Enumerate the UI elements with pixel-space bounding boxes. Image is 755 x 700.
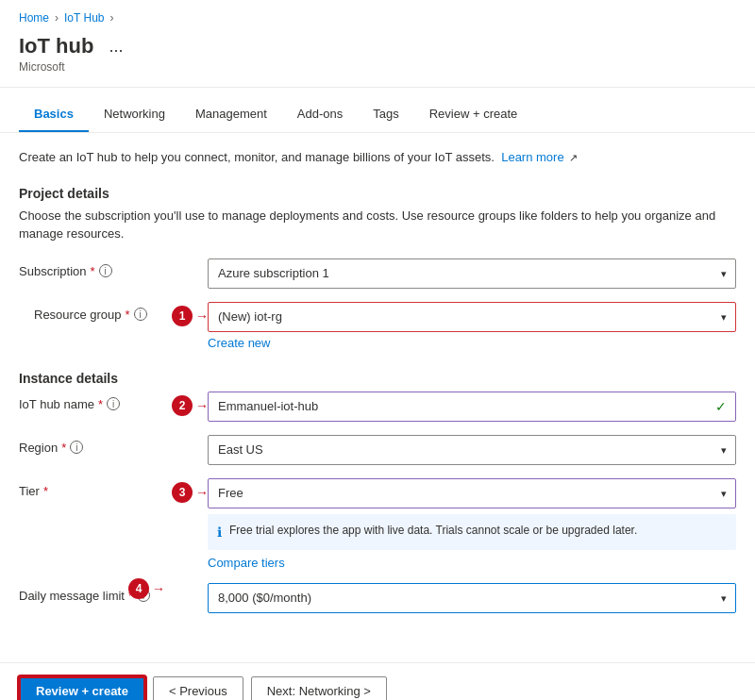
tab-review-create[interactable]: Review + create — [414, 97, 533, 132]
instance-details-section: Instance details 2 → IoT hub name * i ✓ — [19, 371, 736, 613]
daily-message-select[interactable]: 8,000 ($0/month) — [208, 583, 736, 613]
iot-hub-name-row: 2 → IoT hub name * i ✓ — [19, 392, 736, 422]
compare-tiers-link[interactable]: Compare tiers — [208, 556, 736, 570]
iot-hub-name-info-icon[interactable]: i — [107, 397, 120, 410]
tab-addons[interactable]: Add-ons — [282, 97, 358, 132]
daily-message-control: 8,000 ($0/month) ▾ — [208, 583, 736, 613]
create-new-link[interactable]: Create new — [208, 336, 736, 350]
daily-message-row: 4 → Daily message limit * i 8,000 ($0/mo… — [19, 583, 736, 613]
resource-group-select[interactable]: (New) iot-rg — [208, 302, 736, 332]
daily-message-select-wrapper: 8,000 ($0/month) ▾ — [208, 583, 736, 613]
resource-group-row: 1 → Resource group * i (New) iot-rg ▾ Cr… — [19, 302, 736, 350]
iot-hub-name-input[interactable] — [208, 392, 736, 422]
step4-container: 4 → — [128, 578, 165, 599]
description-line: Create an IoT hub to help you connect, m… — [19, 148, 736, 167]
region-row: Region * i East US ▾ — [19, 435, 736, 465]
page-header: IoT hub ... Microsoft — [0, 30, 755, 88]
main-content: Create an IoT hub to help you connect, m… — [0, 133, 755, 653]
next-button[interactable]: Next: Networking > — [251, 676, 387, 701]
breadcrumb-iot-hub[interactable]: IoT Hub — [64, 11, 104, 25]
iot-hub-name-control: ✓ — [208, 392, 736, 422]
review-create-button[interactable]: Review + create — [19, 676, 145, 701]
tier-select-wrapper: Free ▾ — [208, 478, 736, 508]
subscription-label: Subscription * i — [19, 258, 208, 278]
daily-message-label: Daily message limit * i — [19, 583, 208, 603]
tier-info-note: ℹ Free trial explores the app with live … — [208, 514, 736, 550]
subscription-required: * — [91, 264, 95, 278]
subscription-select[interactable]: Azure subscription 1 — [208, 258, 736, 289]
region-control: East US ▾ — [208, 435, 736, 465]
tier-control: Free ▾ ℹ Free trial explores the app wit… — [208, 478, 736, 570]
project-details-description: Choose the subscription you'll use to ma… — [19, 207, 736, 243]
step4-badge: 4 — [128, 578, 149, 599]
breadcrumb: Home › IoT Hub › — [0, 0, 755, 30]
tab-tags[interactable]: Tags — [358, 97, 413, 132]
step4-arrow: → — [152, 581, 165, 596]
step2-arrow: → — [195, 398, 209, 413]
tier-select[interactable]: Free — [208, 478, 736, 508]
subscription-row: Subscription * i Azure subscription 1 ▾ — [19, 258, 736, 289]
step2-badge: 2 — [172, 395, 193, 416]
subscription-control: Azure subscription 1 ▾ — [208, 258, 736, 289]
step2-container: 2 → — [172, 395, 209, 416]
breadcrumb-home[interactable]: Home — [19, 11, 49, 25]
tier-row: 3 → Tier * Free ▾ ℹ Free trial explores … — [19, 478, 736, 570]
subscription-info-icon[interactable]: i — [99, 264, 112, 277]
ellipsis-button[interactable]: ... — [103, 35, 128, 58]
resource-group-control: (New) iot-rg ▾ Create new — [208, 302, 736, 350]
step1-arrow: → — [195, 308, 209, 324]
page-subtitle: Microsoft — [19, 60, 736, 74]
project-details-title: Project details — [19, 186, 736, 201]
step1-container: 1 → — [172, 306, 209, 326]
region-select[interactable]: East US — [208, 435, 736, 465]
instance-details-title: Instance details — [19, 371, 736, 386]
resource-group-select-wrapper: (New) iot-rg ▾ — [208, 302, 736, 332]
subscription-select-wrapper: Azure subscription 1 ▾ — [208, 258, 736, 289]
step3-badge: 3 — [172, 482, 193, 503]
tab-management[interactable]: Management — [180, 97, 282, 132]
project-details-section: Project details Choose the subscription … — [19, 186, 736, 350]
region-select-wrapper: East US ▾ — [208, 435, 736, 465]
region-label: Region * i — [19, 435, 208, 455]
tab-networking[interactable]: Networking — [89, 97, 180, 132]
step1-badge: 1 — [172, 306, 193, 326]
resource-group-info-icon[interactable]: i — [134, 308, 147, 321]
tab-basics[interactable]: Basics — [19, 97, 89, 132]
info-note-icon: ℹ — [217, 523, 222, 542]
footer-buttons: Review + create < Previous Next: Network… — [0, 662, 755, 701]
step3-arrow: → — [195, 485, 209, 500]
tier-info-text: Free trial explores the app with live da… — [229, 522, 637, 539]
tabs-bar: Basics Networking Management Add-ons Tag… — [0, 97, 755, 133]
page-title: IoT hub — [19, 34, 93, 58]
external-link-icon: ↗ — [569, 152, 578, 163]
previous-button[interactable]: < Previous — [153, 676, 243, 701]
region-info-icon[interactable]: i — [70, 441, 83, 454]
iot-hub-name-checkmark: ✓ — [715, 399, 727, 414]
step3-container: 3 → — [172, 482, 209, 503]
learn-more-link[interactable]: Learn more — [501, 150, 563, 164]
